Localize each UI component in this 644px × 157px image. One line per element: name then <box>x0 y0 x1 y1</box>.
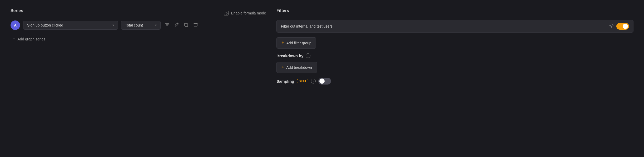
sampling-toggle-thumb <box>319 78 325 84</box>
count-dropdown[interactable]: Total count ▾ <box>121 21 161 30</box>
formula-section: f (x) Enable formula mode <box>219 8 271 149</box>
series-panel: Series A Sign up button clicked ▾ Total … <box>11 8 219 149</box>
plus-orange-icon: + <box>281 65 284 70</box>
add-breakdown-button[interactable]: + Add breakdown <box>276 62 317 73</box>
chevron-down-icon: ▾ <box>155 23 157 27</box>
plus-orange-icon: + <box>281 40 284 46</box>
sampling-info-icon[interactable]: i <box>311 79 316 83</box>
copy-svg <box>184 22 189 27</box>
add-series-label: Add graph series <box>18 37 46 41</box>
sampling-toggle-track <box>318 78 331 85</box>
event-dropdown-value: Sign up button clicked <box>27 23 63 27</box>
copy-icon[interactable] <box>183 21 190 29</box>
breakdown-section: Breakdown by i + Add breakdown <box>276 53 633 73</box>
event-dropdown[interactable]: Sign up button clicked ▾ <box>23 21 118 30</box>
edit-icon[interactable] <box>173 21 180 29</box>
toggle-thumb <box>623 24 628 29</box>
formula-label: Enable formula mode <box>231 11 266 15</box>
breakdown-title-row: Breakdown by i <box>276 53 633 58</box>
sampling-label: Sampling <box>276 79 294 83</box>
gear-icon[interactable] <box>609 23 614 29</box>
sampling-row: Sampling BETA i <box>276 78 633 85</box>
filter-toggle-container <box>616 23 629 30</box>
sampling-toggle[interactable] <box>318 78 331 85</box>
breakdown-title: Breakdown by <box>276 54 304 58</box>
main-container: Series A Sign up button clicked ▾ Total … <box>0 0 644 157</box>
filter-icon[interactable] <box>164 21 171 29</box>
formula-icon: f (x) <box>224 11 229 16</box>
series-actions <box>164 21 199 29</box>
svg-text:(x): (x) <box>226 12 229 15</box>
toggle-track <box>616 23 629 30</box>
beta-badge: BETA <box>297 79 308 83</box>
gear-svg <box>609 23 614 28</box>
count-dropdown-value: Total count <box>125 23 143 27</box>
svg-rect-5 <box>194 24 197 26</box>
add-filter-label: Add filter group <box>286 41 311 45</box>
add-series-button[interactable]: + Add graph series <box>11 35 219 43</box>
add-filter-group-button[interactable]: + Add filter group <box>276 37 316 49</box>
svg-point-10 <box>611 25 612 27</box>
filter-svg <box>165 22 170 27</box>
add-breakdown-label: Add breakdown <box>286 65 312 70</box>
sampling-toggle-container <box>318 78 331 85</box>
series-title: Series <box>11 8 219 13</box>
filter-toggle[interactable] <box>616 23 629 30</box>
filter-item-label: Filter out internal and test users <box>281 24 606 28</box>
avatar: A <box>11 20 20 30</box>
plus-icon: + <box>13 36 16 42</box>
svg-rect-4 <box>185 24 188 27</box>
breakdown-info-icon[interactable]: i <box>306 53 310 58</box>
trash-icon[interactable] <box>192 21 199 29</box>
series-row: A Sign up button clicked ▾ Total count ▾ <box>11 20 219 30</box>
filters-title: Filters <box>276 8 633 13</box>
filter-item-row: Filter out internal and test users <box>276 20 633 33</box>
edit-svg <box>174 22 179 27</box>
trash-svg <box>193 22 198 27</box>
enable-formula-button[interactable]: f (x) Enable formula mode <box>221 9 268 17</box>
chevron-down-icon: ▾ <box>112 23 114 27</box>
filters-panel: Filters Filter out internal and test use… <box>271 8 633 149</box>
